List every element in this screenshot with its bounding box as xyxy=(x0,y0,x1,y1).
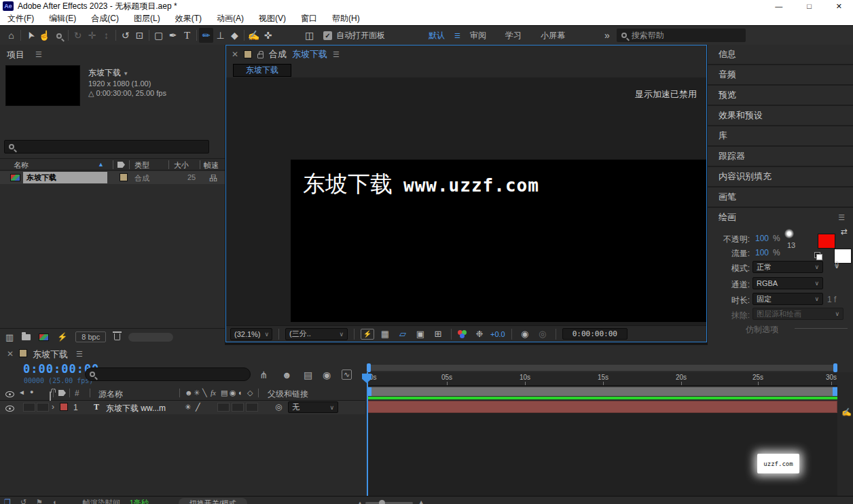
layer-label-swatch[interactable] xyxy=(60,403,68,411)
playhead-line[interactable] xyxy=(367,372,368,496)
gpu-render-icon[interactable]: ⚡ xyxy=(57,332,67,342)
layer-switch-cell[interactable] xyxy=(217,403,230,412)
layer-eye-icon[interactable] xyxy=(5,406,14,412)
new-composition-icon[interactable] xyxy=(39,334,49,341)
comp-label-swatch[interactable] xyxy=(244,50,252,58)
close-button[interactable]: ✕ xyxy=(836,2,842,11)
rectangle-tool-icon[interactable]: ▢ xyxy=(151,28,166,43)
panel-tab-tracker[interactable]: 跟踪器 xyxy=(708,147,853,166)
layer-name[interactable]: 东坡下载 ww...m xyxy=(106,403,166,414)
brush-tool-icon[interactable]: ✏ xyxy=(199,28,213,43)
frame-blend-icon[interactable]: ▤ xyxy=(304,370,312,380)
frame-blend-switch-icon[interactable]: ▤ xyxy=(221,389,228,397)
camera-frame-icon[interactable]: ⊞ xyxy=(431,329,445,339)
zoom-level-dropdown[interactable]: (32.1%)∨ xyxy=(230,328,272,340)
toggle-switches-button[interactable]: 切换开关/模式 xyxy=(179,498,247,504)
timeline-close-icon[interactable]: ✕ xyxy=(7,349,14,359)
menu-item-layer[interactable]: 图层(L) xyxy=(126,13,168,24)
menu-item-edit[interactable]: 编辑(E) xyxy=(41,13,84,24)
layer-number-column[interactable]: # xyxy=(75,389,79,398)
timeline-tab[interactable]: 东坡下载 xyxy=(33,348,68,361)
solo-column-icon[interactable]: ● xyxy=(30,389,33,395)
zoom-out-icon[interactable]: ▴ xyxy=(359,499,362,504)
transparency-grid-icon[interactable]: ▦ xyxy=(378,329,392,339)
project-search-input[interactable] xyxy=(4,140,209,154)
collapse-switch-icon[interactable]: ✳ xyxy=(194,389,200,397)
label-column-icon[interactable] xyxy=(58,390,66,396)
workspace-menu-icon[interactable]: ☰ xyxy=(454,32,460,39)
comp-tab[interactable]: 东坡下载 xyxy=(233,64,291,77)
pickwhip-icon[interactable]: ◎ xyxy=(275,402,282,412)
fx-switch-icon[interactable]: fx xyxy=(211,389,216,397)
help-search-input[interactable]: 搜索帮助 xyxy=(617,29,746,42)
layer-row-1[interactable]: › 1 T 东坡下载 ww...m ✳ ╱ ◎ 无∨ xyxy=(0,401,365,414)
safe-margins-icon[interactable]: ▣ xyxy=(414,329,427,339)
video-column-eye-icon[interactable] xyxy=(5,391,14,397)
menu-item-view[interactable]: 视图(V) xyxy=(251,13,293,24)
column-size[interactable]: 大小 xyxy=(174,160,189,170)
opacity-value[interactable]: 100 xyxy=(755,234,769,243)
layer-duration-bar[interactable] xyxy=(367,401,837,413)
threed-switch-icon[interactable]: ◇ xyxy=(247,389,253,397)
status-refresh-icon[interactable]: ↺ xyxy=(20,498,26,504)
zoom-tool-icon[interactable] xyxy=(52,28,66,43)
layer-switch-cell[interactable] xyxy=(246,403,258,412)
eraser-tool-icon[interactable]: ◆ xyxy=(228,28,242,43)
comp-flowchart-icon[interactable]: ⋔ xyxy=(259,370,268,380)
time-ruler[interactable]: 0s 05s 10s 15s 20s 25s 30s xyxy=(367,372,837,386)
timeline-search-input[interactable] xyxy=(85,367,251,381)
workspace-tab-learn[interactable]: 学习 xyxy=(505,30,522,41)
channels-icon[interactable] xyxy=(458,330,469,338)
menu-item-animation[interactable]: 动画(A) xyxy=(209,13,251,24)
foreground-color-swatch[interactable] xyxy=(818,234,835,249)
status-doc-icon[interactable]: ❐ xyxy=(4,498,11,504)
panel-tab-preview[interactable]: 预览 xyxy=(708,86,853,105)
comp-viewer[interactable]: 显示加速已禁用 东坡下载 www.uzzf.com xyxy=(226,77,706,325)
fast-preview-icon[interactable]: ⚡ xyxy=(361,329,374,340)
panel-tab-info[interactable]: 信息 xyxy=(708,45,853,64)
more-workspaces-chevron[interactable]: » xyxy=(604,30,610,41)
viewer-timecode[interactable]: 0:00:00:00 xyxy=(562,328,628,340)
project-row-name[interactable]: 东坡下载 xyxy=(23,172,107,183)
panel-tab-audio[interactable]: 音频 xyxy=(708,65,853,84)
paint-panel-menu-icon[interactable]: ☰ xyxy=(838,208,853,227)
type-tool-icon[interactable]: T xyxy=(180,28,194,43)
sort-asc-icon[interactable]: ▲ xyxy=(98,161,104,168)
panel-tab-effects-presets[interactable]: 效果和预设 xyxy=(708,106,853,125)
layer-quality-switch-icon[interactable]: ╱ xyxy=(196,403,200,412)
interpret-footage-icon[interactable]: ▥ xyxy=(5,332,14,342)
source-name-column[interactable]: 源名称 xyxy=(98,389,123,400)
panel-dock-icon[interactable]: ◫ xyxy=(302,28,316,43)
menu-item-file[interactable]: 文件(F) xyxy=(0,13,41,24)
home-icon[interactable]: ⌂ xyxy=(4,28,18,43)
swap-colors-icon[interactable]: ⇄ xyxy=(841,227,848,236)
panel-tab-brushes[interactable]: 画笔 xyxy=(708,187,853,206)
work-area-bar[interactable] xyxy=(367,387,837,396)
zoom-slider-track[interactable] xyxy=(365,502,413,504)
exposure-value[interactable]: +0.0 xyxy=(490,330,505,338)
workspace-tab-review[interactable]: 审阅 xyxy=(470,30,486,41)
column-name[interactable]: 名称 xyxy=(14,160,29,170)
graph-editor-icon[interactable]: ∿ xyxy=(342,370,352,380)
shy-switch-icon[interactable]: ☻ xyxy=(185,389,193,397)
layer-switch-cell[interactable] xyxy=(232,403,244,412)
comp-name-link[interactable]: 东坡下载 xyxy=(292,48,327,60)
pen-tool-icon[interactable]: ✒ xyxy=(166,28,180,43)
panel-tab-content-aware-fill[interactable]: 内容识别填充 xyxy=(708,167,853,186)
layer-audio-cell[interactable] xyxy=(23,403,35,412)
timeline-navigator-bar[interactable] xyxy=(367,365,837,371)
comp-panel-menu-icon[interactable]: ☰ xyxy=(333,50,340,59)
motion-blur-icon[interactable]: ◉ xyxy=(323,370,331,380)
workspace-tab-default[interactable]: 默认 xyxy=(429,30,445,41)
new-folder-icon[interactable] xyxy=(22,334,31,340)
zoom-in-icon[interactable]: ▲ xyxy=(417,498,425,504)
label-column-icon[interactable] xyxy=(117,162,125,168)
project-row-comp[interactable]: 东坡下载 合成 25 品 xyxy=(0,171,225,184)
audio-column-icon[interactable]: ◄ xyxy=(18,389,25,396)
shy-layers-icon[interactable]: ☻ xyxy=(282,370,292,380)
label-color-swatch[interactable] xyxy=(120,173,128,181)
trash-icon[interactable] xyxy=(114,334,120,340)
panel-tab-libraries[interactable]: 库 xyxy=(708,126,853,145)
hand-tool-icon[interactable]: ☝ xyxy=(37,28,52,43)
project-panel-menu-icon[interactable]: ☰ xyxy=(35,50,42,59)
